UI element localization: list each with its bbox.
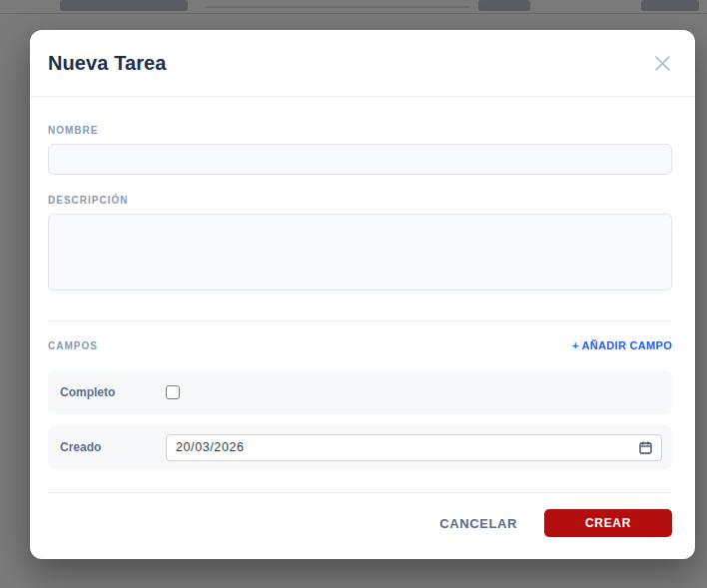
campos-header: CAMPOS + AÑADIR CAMPO <box>48 339 672 351</box>
field-row-label: Completo <box>60 385 166 399</box>
new-task-modal: Nueva Tarea NOMBRE DESCRIPCIÓN CAMPOS + … <box>30 30 695 559</box>
field-row-label: Creado <box>60 440 166 454</box>
add-field-link[interactable]: + AÑADIR CAMPO <box>572 339 672 351</box>
modal-header: Nueva Tarea <box>30 30 695 97</box>
section-divider <box>48 320 672 321</box>
modal-footer: CANCELAR CREAR <box>30 492 695 559</box>
date-value: 20/03/2026 <box>176 440 245 454</box>
close-button[interactable] <box>652 53 673 74</box>
create-button[interactable]: CREAR <box>544 509 672 537</box>
name-field-label: NOMBRE <box>48 125 672 136</box>
footer-divider <box>48 492 672 493</box>
campos-section-label: CAMPOS <box>48 340 98 351</box>
field-row-completo: Completo <box>48 370 672 414</box>
name-input[interactable] <box>48 144 672 175</box>
creado-date-input[interactable]: 20/03/2026 <box>166 434 662 461</box>
calendar-icon[interactable] <box>639 441 652 454</box>
description-textarea[interactable] <box>48 214 672 291</box>
completo-checkbox[interactable] <box>166 385 180 399</box>
cancel-button[interactable]: CANCELAR <box>439 516 517 531</box>
modal-title: Nueva Tarea <box>48 52 167 75</box>
field-row-creado: Creado 20/03/2026 <box>48 425 672 469</box>
description-field-label: DESCRIPCIÓN <box>48 195 672 206</box>
close-icon <box>654 55 671 72</box>
modal-body: NOMBRE DESCRIPCIÓN CAMPOS + AÑADIR CAMPO… <box>30 97 695 492</box>
